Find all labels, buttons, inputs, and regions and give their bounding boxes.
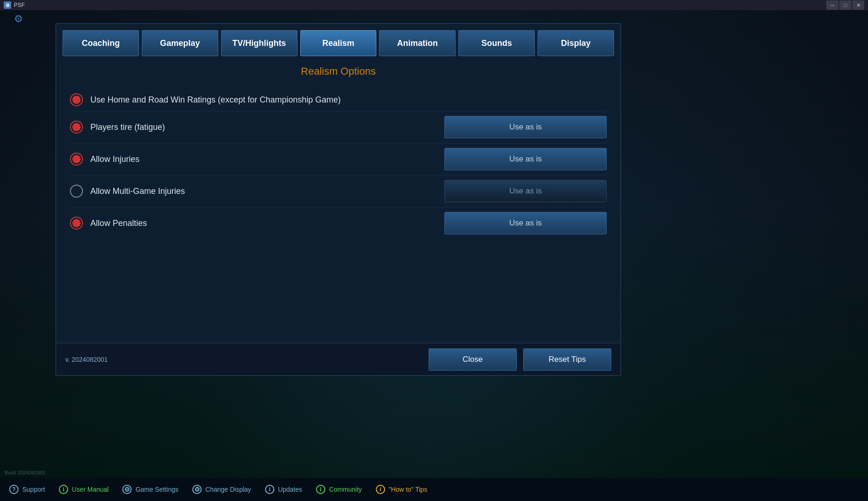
reset-tips-button[interactable]: Reset Tips xyxy=(523,348,611,371)
change-display-icon: ⚙ xyxy=(192,485,202,494)
tab-display[interactable]: Display xyxy=(538,30,614,56)
option-multi-game-injuries: Allow Multi-Game Injuries Use as is xyxy=(70,175,607,207)
maximize-button[interactable]: □ xyxy=(839,0,851,10)
label-injuries: Allow Injuries xyxy=(90,154,444,164)
version-text: v. 2024082001 xyxy=(65,356,422,363)
updates-icon: i xyxy=(265,485,274,494)
game-settings-icon: ⚙ xyxy=(122,485,132,494)
option-win-ratings: Use Home and Road Win Ratings (except fo… xyxy=(70,89,607,111)
bottom-change-display[interactable]: ⚙ Change Display xyxy=(192,485,251,494)
community-icon: i xyxy=(316,485,325,494)
label-multi-game-injuries: Allow Multi-Game Injuries xyxy=(90,186,444,196)
use-as-is-fatigue-button[interactable]: Use as is xyxy=(444,116,607,138)
tab-sounds[interactable]: Sounds xyxy=(458,30,535,56)
app-icon: ⚙ xyxy=(4,1,11,9)
checkbox-penalties[interactable] xyxy=(70,217,83,230)
checkbox-injuries[interactable] xyxy=(70,153,83,166)
how-to-tips-icon: i xyxy=(376,485,385,494)
settings-dialog: Coaching Gameplay TV/Highlights Realism … xyxy=(56,23,621,376)
checkbox-win-ratings[interactable] xyxy=(70,93,83,106)
bottom-support[interactable]: ? Support xyxy=(9,485,45,494)
updates-label: Updates xyxy=(278,486,302,493)
user-manual-icon: i xyxy=(59,485,68,494)
psf-logo-icon: ⚙ xyxy=(14,13,29,28)
close-window-button[interactable]: ✕ xyxy=(852,0,864,10)
option-injuries: Allow Injuries Use as is xyxy=(70,143,607,175)
use-as-is-multi-game-injuries-button[interactable]: Use as is xyxy=(444,180,607,202)
tab-realism[interactable]: Realism xyxy=(300,30,377,56)
tab-bar: Coaching Gameplay TV/Highlights Realism … xyxy=(56,24,621,56)
title-bar: ⚙ PSF ─ □ ✕ xyxy=(0,0,868,10)
section-title: Realism Options xyxy=(70,65,607,77)
support-label: Support xyxy=(22,486,45,493)
label-penalties: Allow Penalties xyxy=(90,218,444,228)
dialog-footer: v. 2024082001 Close Reset Tips xyxy=(56,343,621,375)
options-list: Use Home and Road Win Ratings (except fo… xyxy=(70,89,607,239)
label-win-ratings: Use Home and Road Win Ratings (except fo… xyxy=(90,95,607,105)
bottom-game-settings[interactable]: ⚙ Game Settings xyxy=(122,485,178,494)
bottom-how-to-tips[interactable]: i "How to" Tips xyxy=(376,485,427,494)
change-display-label: Change Display xyxy=(205,486,251,493)
content-area: Realism Options Use Home and Road Win Ra… xyxy=(56,56,621,343)
checkbox-fatigue[interactable] xyxy=(70,121,83,134)
support-icon: ? xyxy=(9,485,19,494)
tab-gameplay[interactable]: Gameplay xyxy=(142,30,218,56)
use-as-is-penalties-button[interactable]: Use as is xyxy=(444,212,607,234)
option-penalties: Allow Penalties Use as is xyxy=(70,207,607,239)
how-to-tips-label: "How to" Tips xyxy=(389,486,427,493)
tab-animation[interactable]: Animation xyxy=(379,30,456,56)
app-title: PSF xyxy=(14,2,826,8)
minimize-button[interactable]: ─ xyxy=(826,0,838,10)
window-controls: ─ □ ✕ xyxy=(826,0,864,10)
community-label: Community xyxy=(329,486,362,493)
user-manual-label: User Manual xyxy=(72,486,108,493)
bottom-user-manual[interactable]: i User Manual xyxy=(59,485,108,494)
bottom-bar: ? Support i User Manual ⚙ Game Settings … xyxy=(0,478,868,501)
tab-coaching[interactable]: Coaching xyxy=(63,30,139,56)
close-button[interactable]: Close xyxy=(429,348,517,371)
bottom-community[interactable]: i Community xyxy=(316,485,362,494)
bottom-updates[interactable]: i Updates xyxy=(265,485,302,494)
option-fatigue: Players tire (fatigue) Use as is xyxy=(70,111,607,143)
label-fatigue: Players tire (fatigue) xyxy=(90,122,444,132)
tab-tv-highlights[interactable]: TV/Highlights xyxy=(221,30,298,56)
checkbox-multi-game-injuries[interactable] xyxy=(70,185,83,198)
use-as-is-injuries-button[interactable]: Use as is xyxy=(444,148,607,170)
game-settings-label: Game Settings xyxy=(135,486,178,493)
build-text: Build 2024082001 xyxy=(5,470,46,475)
